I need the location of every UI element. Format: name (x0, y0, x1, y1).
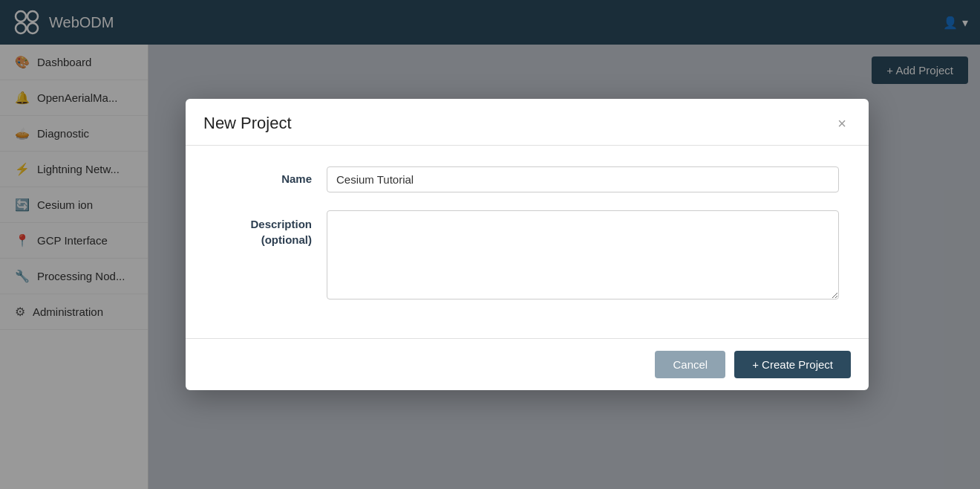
modal-footer: Cancel + Create Project (186, 338, 869, 390)
modal-close-button[interactable]: × (833, 114, 851, 132)
modal-title: New Project (203, 114, 292, 133)
modal-header: New Project × (186, 99, 869, 146)
modal-body: Name Description (optional) (186, 146, 869, 338)
cancel-button[interactable]: Cancel (655, 351, 725, 378)
name-label: Name (215, 166, 312, 185)
create-project-button[interactable]: + Create Project (734, 351, 851, 378)
description-textarea[interactable] (327, 210, 839, 299)
modal-overlay[interactable]: New Project × Name Description (optional… (0, 0, 980, 489)
name-form-group: Name (215, 166, 839, 192)
new-project-modal: New Project × Name Description (optional… (186, 99, 869, 390)
description-optional-text: (optional) (261, 233, 312, 246)
description-label: Description (optional) (215, 210, 312, 247)
description-label-text: Description (250, 218, 312, 230)
name-input[interactable] (327, 166, 839, 192)
description-form-group: Description (optional) (215, 210, 839, 299)
